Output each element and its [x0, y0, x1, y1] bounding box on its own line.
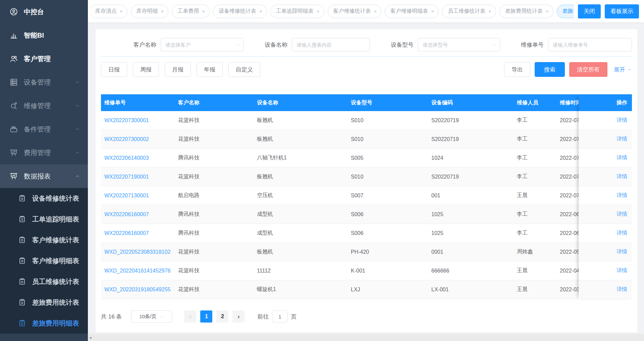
select-input[interactable] [161, 38, 244, 51]
sidebar-subitem-2[interactable]: 客户维修统计表 [0, 230, 88, 250]
tab-客户维修明细表[interactable]: 客户维修明细表× [385, 5, 439, 18]
column-header-0: 维修单号 [101, 99, 175, 106]
tab-工单费用[interactable]: 工单费用× [172, 5, 210, 18]
tab-close-icon[interactable]: × [202, 9, 205, 14]
order-number-link[interactable]: WX202207300002 [101, 136, 175, 142]
sidebar-subitem-0[interactable]: 设备维修统计表 [0, 188, 88, 209]
cell-code: 1025 [428, 230, 514, 236]
tab-close-icon[interactable]: × [488, 9, 491, 14]
order-number-link[interactable]: WX202207130001 [101, 193, 175, 199]
sidebar-subitem-label: 差旅费用明细表 [32, 319, 79, 328]
sidebar-subitem-6[interactable]: 差旅费用明细表 [0, 313, 88, 334]
expand-toggle[interactable]: 展开 [614, 66, 632, 74]
sidebar-subitem-4[interactable]: 员工维修统计表 [0, 271, 88, 292]
table-row: WXD_20220523083318102花篮科技板翘机PH-4200001周炜… [101, 243, 632, 261]
export-button[interactable]: 导出 [504, 62, 530, 77]
tab-close-icon[interactable]: × [431, 9, 434, 14]
order-number-link[interactable]: WX202207300001 [101, 117, 175, 124]
tab-close-icon[interactable]: × [317, 9, 320, 14]
text-input[interactable] [548, 38, 632, 51]
tab-工单追踪明细表[interactable]: 工单追踪明细表× [270, 5, 324, 18]
sidebar: 中控台智能BI客户管理设备管理维修管理备件管理费用管理数据报表设备维修统计表工单… [0, 0, 88, 341]
horizontal-scrollbar[interactable]: ◂ [88, 334, 644, 341]
sidebar-subitem-5[interactable]: 差旅费用统计表 [0, 292, 88, 313]
sidebar-item-label: 智能BI [24, 31, 44, 40]
order-number-link[interactable]: WXD_20220416141452976 [101, 268, 175, 274]
cell-customer: 花篮科技 [175, 173, 254, 180]
search-button[interactable]: 搜索 [535, 62, 565, 77]
next-page-button[interactable]: › [232, 310, 245, 323]
tab-close-icon[interactable]: × [161, 9, 164, 14]
goto-page-input[interactable] [272, 310, 287, 323]
sidebar-item-7[interactable]: 数据报表 [0, 164, 88, 188]
detail-link[interactable]: 详情 [579, 280, 632, 299]
filter-field-3: 维修单号 [521, 38, 632, 51]
tab-close-icon[interactable]: × [259, 9, 262, 14]
table-row: WX202207300001花篮科技板翘机S010S20220719李工2022… [101, 111, 632, 130]
cell-customer: 花篮科技 [175, 248, 254, 255]
sidebar-item-label: 设备管理 [24, 78, 51, 87]
select-input[interactable] [418, 38, 500, 51]
sidebar-item-4[interactable]: 维修管理 [0, 94, 88, 117]
goto-page-group: 前往 页 [257, 310, 297, 323]
detail-link[interactable]: 详情 [579, 167, 632, 186]
detail-link[interactable]: 详情 [579, 111, 632, 130]
detail-link[interactable]: 详情 [579, 261, 632, 280]
period-button-0[interactable]: 日报 [101, 62, 127, 77]
filter-field-0: 客户名称 [133, 38, 244, 51]
page-size-select[interactable]: 10条/页 [131, 310, 172, 323]
detail-link[interactable]: 详情 [579, 149, 632, 167]
tab-close-icon[interactable]: × [374, 9, 377, 14]
page-button-1[interactable]: 1 [200, 310, 212, 323]
tab-员工维修统计表[interactable]: 员工维修统计表× [442, 5, 496, 18]
detail-link[interactable]: 详情 [579, 243, 632, 261]
order-number-link[interactable]: WX202207190001 [101, 174, 175, 180]
board-display-button[interactable]: 看板展示 [605, 4, 639, 18]
sidebar-item-2[interactable]: 客户管理 [0, 47, 88, 70]
period-button-2[interactable]: 月报 [165, 62, 191, 77]
cell-code: 1025 [428, 211, 514, 217]
sidebar-subitem-1[interactable]: 工单追踪明细表 [0, 209, 88, 230]
detail-link[interactable]: 详情 [579, 205, 632, 224]
sidebar-item-3[interactable]: 设备管理 [0, 70, 88, 94]
period-button-3[interactable]: 年报 [197, 62, 223, 77]
tab-库存明细[interactable]: 库存明细× [131, 5, 169, 18]
cell-device: 成型机 [254, 230, 347, 237]
pagination: 共 16 条 10条/页 ‹ 12 › 前往 页 [101, 310, 632, 323]
order-number-link[interactable]: WXD_20220319180549255 [101, 287, 175, 293]
bi-chart-icon [9, 31, 18, 40]
text-input[interactable] [292, 38, 370, 51]
prev-page-button[interactable]: ‹ [184, 310, 196, 323]
detail-link[interactable]: 详情 [579, 186, 632, 205]
cell-customer: 腾讯科技 [175, 154, 254, 161]
report-card: 客户名称设备名称设备型号维修单号 日报周报月报年报自定义 导出 搜索 清空所有 … [96, 29, 637, 332]
tab-差旅费用明细表[interactable]: 差旅费用明细表× [557, 5, 574, 18]
sidebar-item-1[interactable]: 智能BI [0, 23, 88, 47]
tab-close-icon[interactable]: × [120, 9, 123, 14]
sidebar-item-label: 数据报表 [24, 172, 51, 181]
sidebar-item-5[interactable]: 备件管理 [0, 117, 88, 141]
column-header-4: 设备编码 [428, 99, 514, 106]
close-tabs-button[interactable]: 关闭 [578, 4, 601, 18]
tab-库存清点[interactable]: 库存清点× [91, 5, 127, 18]
order-number-link[interactable]: WXD_20220523083318102 [101, 249, 175, 255]
tab-客户维修统计表[interactable]: 客户维修统计表× [328, 5, 382, 18]
tab-差旅费用统计表[interactable]: 差旅费用统计表× [499, 5, 553, 18]
sidebar-item-6[interactable]: 费用管理 [0, 141, 88, 164]
detail-link[interactable]: 详情 [579, 224, 632, 243]
clear-all-button[interactable]: 清空所有 [569, 62, 607, 77]
period-button-4[interactable]: 自定义 [228, 62, 260, 77]
order-number-link[interactable]: WX202206160007 [101, 230, 175, 236]
table-row: WX202207130001航启电路空压机S007001王晨2022-07 [101, 186, 632, 205]
page-button-2[interactable]: 2 [216, 310, 228, 323]
order-number-link[interactable]: WX202206140003 [101, 155, 175, 161]
order-number-link[interactable]: WX202206160007 [101, 211, 175, 217]
tab-close-icon[interactable]: × [546, 9, 549, 14]
notebook-icon [18, 257, 26, 265]
sidebar-item-0[interactable]: 中控台 [0, 0, 88, 23]
sidebar-subitem-3[interactable]: 客户维修明细表 [0, 250, 88, 271]
cell-device: 成型机 [254, 211, 347, 218]
period-button-1[interactable]: 周报 [133, 62, 159, 77]
tab-设备维修统计表[interactable]: 设备维修统计表× [213, 5, 267, 18]
detail-link[interactable]: 详情 [579, 130, 632, 149]
